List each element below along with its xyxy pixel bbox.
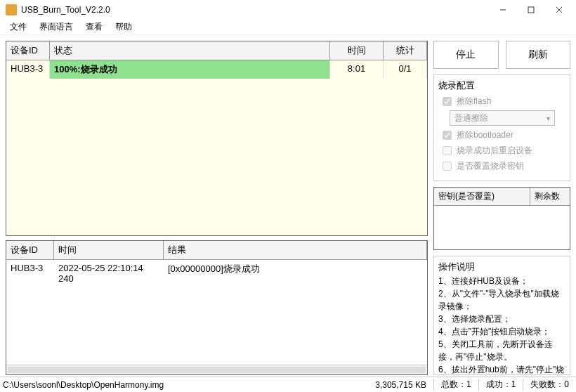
- key-col-overwrite[interactable]: 密钥(是否覆盖): [434, 188, 530, 205]
- instr-line-4: 4、点击"开始"按钮启动烧录；: [438, 325, 565, 338]
- log-cell-id: HUB3-3: [6, 260, 54, 287]
- log-row[interactable]: HUB3-3 2022-05-25 22:10:14 240 [0x000000…: [6, 260, 427, 287]
- minimize-button[interactable]: [489, 1, 517, 19]
- status-fail: 失败数：0: [523, 379, 576, 391]
- chk-reboot-after[interactable]: [443, 146, 452, 155]
- device-row[interactable]: HUB3-3 100%:烧录成功 8:01 0/1: [6, 60, 427, 79]
- menu-language[interactable]: 界面语言: [34, 20, 79, 34]
- key-table: 密钥(是否覆盖) 剩余数: [433, 187, 570, 250]
- device-table: 设备ID 状态 时间 统计 HUB3-3 100%:烧录成功 8:01 0/1: [6, 41, 428, 236]
- svg-rect-1: [528, 7, 534, 13]
- instr-line-2: 2、从"文件"-"导入烧录包"加载烧录镜像；: [438, 287, 565, 313]
- log-cell-result: [0x00000000]烧录成功: [164, 260, 427, 287]
- menu-help[interactable]: 帮助: [110, 20, 138, 34]
- opt-erase-flash[interactable]: 擦除flash: [440, 95, 565, 108]
- main-area: 设备ID 状态 时间 统计 HUB3-3 100%:烧录成功 8:01 0/1 …: [0, 35, 576, 377]
- erase-mode-select[interactable]: 普通擦除▾: [450, 110, 555, 126]
- instr-line-3: 3、选择烧录配置；: [438, 313, 565, 325]
- maximize-button[interactable]: [517, 1, 545, 19]
- close-button[interactable]: [545, 1, 573, 19]
- instructions-panel: 操作说明 1、连接好HUB及设备； 2、从"文件"-"导入烧录包"加载烧录镜像；…: [433, 256, 570, 375]
- col-device-id[interactable]: 设备ID: [6, 41, 50, 60]
- log-cell-time: 2022-05-25 22:10:14 240: [54, 260, 164, 287]
- status-size: 3,305,715 KB: [349, 380, 433, 390]
- status-path: C:\Users\soonl\Desktop\OpenHarmony.img: [0, 380, 349, 390]
- left-column: 设备ID 状态 时间 统计 HUB3-3 100%:烧录成功 8:01 0/1 …: [6, 41, 428, 375]
- log-col-id[interactable]: 设备ID: [6, 241, 54, 259]
- key-table-header: 密钥(是否覆盖) 剩余数: [434, 188, 570, 206]
- col-stat[interactable]: 统计: [384, 41, 427, 60]
- cell-time: 8:01: [330, 60, 384, 79]
- instr-line-6: 6、拔出外置hub前，请先"停止"烧录并关闭工具。: [438, 363, 565, 375]
- burn-config-group: 烧录配置 擦除flash 普通擦除▾ 擦除bootloader 烧录成功后重启设…: [433, 74, 570, 181]
- chk-erase-bootloader[interactable]: [443, 131, 452, 140]
- key-col-remain[interactable]: 剩余数: [530, 188, 570, 205]
- opt-overwrite-key[interactable]: 是否覆盖烧录密钥: [440, 159, 565, 173]
- log-col-result[interactable]: 结果: [164, 241, 427, 259]
- opt-reboot-after[interactable]: 烧录成功后重启设备: [440, 144, 565, 157]
- cell-status: 100%:烧录成功: [50, 60, 330, 79]
- stop-button[interactable]: 停止: [433, 41, 499, 69]
- title-bar: USB_Burn_Tool_V2.2.0: [0, 0, 576, 20]
- app-icon: [6, 4, 17, 15]
- button-row: 停止 刷新: [433, 41, 570, 69]
- instructions-title: 操作说明: [438, 261, 565, 273]
- log-table: 设备ID 时间 结果 HUB3-3 2022-05-25 22:10:14 24…: [6, 240, 428, 375]
- window-title: USB_Burn_Tool_V2.2.0: [21, 5, 489, 15]
- instr-line-1: 1、连接好HUB及设备；: [438, 275, 565, 287]
- cell-stat: 0/1: [384, 60, 427, 79]
- device-table-header: 设备ID 状态 时间 统计: [6, 41, 427, 60]
- log-scrollbar[interactable]: [6, 365, 427, 374]
- menu-view[interactable]: 查看: [80, 20, 108, 34]
- menu-file[interactable]: 文件: [4, 20, 32, 34]
- status-success: 成功：1: [478, 379, 523, 391]
- chevron-down-icon: ▾: [546, 115, 550, 122]
- status-bar: C:\Users\soonl\Desktop\OpenHarmony.img 3…: [0, 377, 576, 392]
- log-col-time[interactable]: 时间: [54, 241, 164, 259]
- instr-line-5: 5、关闭工具前，先断开设备连接，再"停止"烧录。: [438, 338, 565, 363]
- chk-erase-flash[interactable]: [443, 97, 452, 106]
- log-table-header: 设备ID 时间 结果: [6, 241, 427, 260]
- cell-device-id: HUB3-3: [6, 60, 50, 79]
- col-time[interactable]: 时间: [330, 41, 384, 60]
- opt-erase-bootloader[interactable]: 擦除bootloader: [440, 129, 565, 142]
- chk-overwrite-key[interactable]: [443, 162, 452, 171]
- menu-bar: 文件 界面语言 查看 帮助: [0, 20, 576, 35]
- refresh-button[interactable]: 刷新: [506, 41, 571, 69]
- col-status[interactable]: 状态: [50, 41, 330, 60]
- right-column: 停止 刷新 烧录配置 擦除flash 普通擦除▾ 擦除bootloader 烧录…: [433, 41, 570, 375]
- status-total: 总数：1: [433, 379, 478, 391]
- burn-config-title: 烧录配置: [438, 79, 565, 92]
